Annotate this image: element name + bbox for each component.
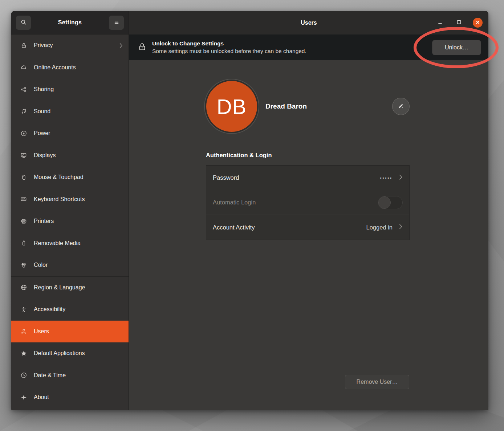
account-activity-label: Account Activity bbox=[213, 224, 366, 231]
sidebar-item-label: Color bbox=[34, 262, 123, 268]
automatic-login-toggle[interactable] bbox=[378, 196, 403, 209]
sidebar-item-label: Mouse & Touchpad bbox=[34, 174, 123, 180]
sidebar-item-keyboard-shortcuts[interactable]: Keyboard Shortcuts bbox=[11, 188, 129, 211]
close-icon bbox=[475, 20, 480, 26]
printer-icon bbox=[20, 217, 27, 225]
account-activity-row[interactable]: Account Activity Logged in bbox=[206, 215, 409, 240]
sidebar-item-label: Users bbox=[34, 328, 123, 335]
share-icon bbox=[20, 86, 27, 93]
clock-icon bbox=[20, 372, 27, 379]
sidebar-item-label: Displays bbox=[34, 152, 123, 159]
sidebar-item-printers[interactable]: Printers bbox=[11, 210, 129, 232]
sidebar-item-about[interactable]: About bbox=[11, 386, 129, 408]
sidebar-item-label: Privacy bbox=[34, 42, 113, 49]
sidebar-item-date-time[interactable]: Date & Time bbox=[11, 365, 129, 387]
sidebar-item-sharing[interactable]: Sharing bbox=[11, 78, 129, 101]
keyboard-icon bbox=[20, 196, 27, 203]
window-title: Users bbox=[301, 20, 317, 26]
sparkle-icon bbox=[20, 394, 27, 401]
auth-list: Password ••••• Automatic Login Acc bbox=[206, 165, 410, 240]
pencil-icon bbox=[398, 103, 404, 110]
sidebar: Settings Privacy Online Accounts bbox=[11, 11, 129, 410]
hamburger-menu-icon bbox=[113, 19, 120, 27]
users-page: DB Dread Baron Authentication & Login Pa… bbox=[129, 60, 488, 410]
maximize-button[interactable] bbox=[454, 18, 464, 28]
password-dots: ••••• bbox=[380, 176, 393, 180]
sidebar-item-label: Power bbox=[34, 130, 123, 137]
sidebar-header: Settings bbox=[11, 11, 129, 34]
chevron-right-icon bbox=[399, 224, 403, 231]
sidebar-item-label: Accessibility bbox=[34, 306, 123, 313]
menu-button[interactable] bbox=[109, 16, 124, 30]
window-controls bbox=[435, 11, 483, 34]
close-button[interactable] bbox=[473, 18, 483, 28]
cloud-icon bbox=[20, 64, 27, 71]
maximize-icon bbox=[456, 20, 462, 26]
banner-text: Unlock to Change Settings Some settings … bbox=[152, 40, 306, 54]
users-icon bbox=[20, 328, 27, 335]
sidebar-item-label: Default Applications bbox=[34, 350, 123, 357]
sidebar-app-title: Settings bbox=[31, 19, 109, 26]
globe-icon bbox=[20, 284, 27, 291]
auth-section-heading: Authentication & Login bbox=[206, 152, 272, 159]
sidebar-item-removable-media[interactable]: Removable Media bbox=[11, 232, 129, 255]
sidebar-item-label: Region & Language bbox=[34, 284, 123, 291]
accessibility-icon bbox=[20, 306, 27, 313]
display-icon bbox=[20, 152, 27, 159]
search-icon bbox=[20, 19, 27, 27]
sidebar-item-label: Removable Media bbox=[34, 240, 123, 247]
banner-title: Unlock to Change Settings bbox=[152, 40, 306, 47]
sidebar-item-power[interactable]: Power bbox=[11, 122, 129, 145]
sidebar-item-default-applications[interactable]: Default Applications bbox=[11, 342, 129, 365]
sidebar-item-online-accounts[interactable]: Online Accounts bbox=[11, 57, 129, 79]
sidebar-item-color[interactable]: Color bbox=[11, 254, 129, 276]
sidebar-item-displays[interactable]: Displays bbox=[11, 145, 129, 167]
sidebar-item-mouse-touchpad[interactable]: Mouse & Touchpad bbox=[11, 166, 129, 188]
sidebar-item-label: Printers bbox=[34, 218, 123, 224]
star-icon bbox=[20, 350, 27, 357]
unlock-banner: Unlock to Change Settings Some settings … bbox=[129, 34, 488, 60]
account-activity-value: Logged in bbox=[366, 224, 393, 231]
sidebar-nav: Privacy Online Accounts Sharing Sound bbox=[11, 34, 129, 410]
desktop-background: Settings Privacy Online Accounts bbox=[0, 0, 504, 431]
sidebar-item-label: Online Accounts bbox=[34, 64, 123, 71]
avatar[interactable]: DB bbox=[206, 81, 257, 132]
settings-window: Settings Privacy Online Accounts bbox=[11, 11, 488, 410]
sidebar-item-users[interactable]: Users bbox=[11, 321, 129, 343]
sidebar-item-label: Sharing bbox=[34, 86, 123, 93]
main-pane: Users Unlock to Change Settings bbox=[129, 11, 488, 410]
chevron-right-icon bbox=[399, 174, 403, 182]
minimize-button[interactable] bbox=[435, 18, 445, 28]
usb-drive-icon bbox=[20, 240, 27, 247]
search-button[interactable] bbox=[16, 16, 31, 30]
automatic-login-label: Automatic Login bbox=[213, 199, 378, 206]
sidebar-item-label: Sound bbox=[34, 108, 123, 115]
sidebar-item-region-language[interactable]: Region & Language bbox=[11, 277, 129, 299]
minimize-icon bbox=[438, 20, 443, 26]
automatic-login-row: Automatic Login bbox=[206, 190, 409, 215]
user-full-name: Dread Baron bbox=[265, 102, 307, 110]
sidebar-item-accessibility[interactable]: Accessibility bbox=[11, 298, 129, 321]
unlock-button[interactable]: Unlock… bbox=[432, 40, 481, 55]
toggle-knob bbox=[378, 196, 391, 209]
music-note-icon bbox=[20, 108, 27, 115]
chevron-right-icon bbox=[119, 43, 123, 48]
color-circles-icon bbox=[20, 261, 27, 269]
mouse-icon bbox=[20, 174, 27, 181]
password-row[interactable]: Password ••••• bbox=[206, 166, 409, 190]
sidebar-item-label: Keyboard Shortcuts bbox=[34, 196, 123, 203]
sidebar-item-privacy[interactable]: Privacy bbox=[11, 34, 129, 57]
lock-icon bbox=[138, 42, 147, 53]
remove-user-button[interactable]: Remove User… bbox=[345, 375, 409, 389]
sidebar-item-label: About bbox=[34, 394, 123, 400]
titlebar[interactable]: Users bbox=[129, 11, 488, 34]
sidebar-item-sound[interactable]: Sound bbox=[11, 101, 129, 123]
password-label: Password bbox=[213, 174, 380, 181]
banner-subtitle: Some settings must be unlocked before th… bbox=[152, 48, 306, 54]
sidebar-item-label: Date & Time bbox=[34, 372, 123, 379]
edit-name-button[interactable] bbox=[393, 98, 409, 115]
power-icon bbox=[20, 130, 27, 137]
lock-icon bbox=[20, 42, 27, 49]
